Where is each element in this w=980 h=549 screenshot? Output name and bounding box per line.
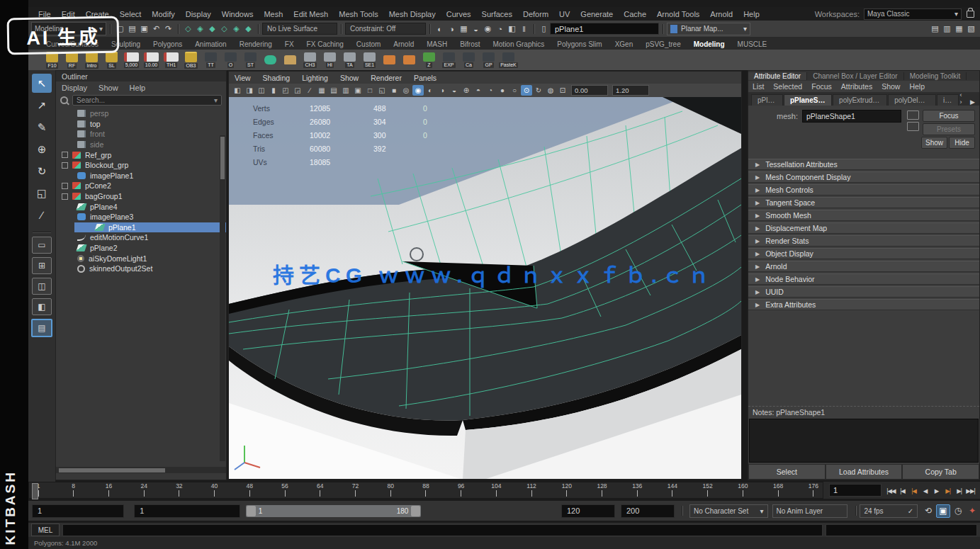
multisample-icon[interactable]: ◔	[485, 85, 496, 96]
measure-tool[interactable]: ∕	[32, 205, 52, 225]
workspace-select[interactable]: Maya Classic▾	[864, 9, 962, 20]
menu-item[interactable]: Arnold	[710, 10, 733, 18]
grease-pencil-icon[interactable]: ∕	[304, 85, 315, 96]
presets-button[interactable]: Presets	[923, 123, 975, 135]
menu-item[interactable]: Deform	[523, 10, 548, 18]
joints-xray-icon[interactable]: ↻	[533, 85, 544, 96]
shelf-button[interactable]	[261, 50, 280, 69]
shelf-button[interactable]: EXP	[439, 50, 458, 69]
viewport-menu-item[interactable]: Show	[340, 74, 359, 82]
node-tab[interactable]: ins1	[937, 94, 959, 106]
lasso-select-tool[interactable]: ↗	[32, 96, 52, 115]
visibility-checkbox[interactable]	[62, 183, 68, 189]
ipr-render-icon[interactable]: ◑	[446, 23, 458, 35]
go-to-start-button[interactable]: |◀◀	[886, 485, 896, 497]
shelf-button[interactable]: TA	[340, 50, 359, 69]
fps-select[interactable]: 24 fps✓	[860, 504, 918, 518]
menu-item[interactable]: Display	[186, 10, 211, 18]
rotate-tool[interactable]: ↻	[32, 162, 52, 181]
shelf-button[interactable]: OB3	[181, 50, 201, 69]
menu-item[interactable]: Edit Mesh	[293, 10, 328, 18]
snap-projected-center-icon[interactable]: ◇	[218, 23, 230, 35]
outliner-item[interactable]: skinnedOutput2Set	[56, 264, 226, 274]
show-button[interactable]: Show	[921, 137, 947, 149]
tab-list-icon[interactable]: ▶	[970, 98, 979, 106]
range-slider[interactable]: 1 180	[246, 505, 422, 517]
snap-curve-icon[interactable]: ◈	[194, 23, 206, 35]
attribute-section-header[interactable]: ▶ Tangent Space	[748, 197, 979, 208]
shelf-tab[interactable]: Bifrost	[454, 39, 486, 50]
attribute-editor-menu-item[interactable]: Help	[909, 82, 925, 91]
outliner-item[interactable]: persp	[56, 108, 226, 119]
paint-effects-icon[interactable]: ◔	[494, 23, 506, 35]
outliner-item[interactable]: imagePlane3	[56, 212, 226, 222]
viewport-menu-item[interactable]: View	[235, 74, 251, 82]
shelf-tab[interactable]: Polygons Slim	[551, 39, 608, 50]
bookmark-icon[interactable]: ▮	[268, 85, 279, 96]
menu-item[interactable]: Mesh Display	[389, 10, 436, 18]
menu-item[interactable]: Select	[120, 10, 142, 18]
hypershade-icon[interactable]: ◧	[506, 23, 518, 35]
film-gate-icon[interactable]: ▤	[328, 85, 339, 96]
shelf-tab[interactable]: Custom	[350, 39, 387, 50]
shelf-button[interactable]: TH1	[162, 50, 181, 69]
shelf-button[interactable]: SE1	[360, 50, 379, 69]
attribute-editor-footer-button[interactable]: Select	[748, 464, 826, 480]
redo-icon[interactable]: ↷	[162, 23, 174, 35]
set-key-icon[interactable]: ✦	[966, 505, 979, 517]
attribute-section-header[interactable]: ▶ Smooth Mesh	[748, 210, 979, 221]
shelf-button[interactable]: PasteK	[499, 50, 518, 69]
shelf-tab[interactable]: Rendering	[233, 39, 278, 50]
menu-item[interactable]: Arnold Tools	[657, 10, 699, 18]
tool-settings-toggle-icon[interactable]: ▦	[953, 23, 965, 35]
viewport-canvas[interactable]: 持艺CG ｗｗｗ.ｑｄｎｘｘｆｂ.ｃｎ Verts 12085 488 0 Ed…	[229, 97, 741, 479]
single-pane-layout-button[interactable]: ▭	[32, 237, 52, 254]
resolution-gate-icon[interactable]: ▥	[340, 85, 351, 96]
notes-textarea[interactable]	[749, 419, 979, 463]
step-back-key-button[interactable]: |◀	[897, 485, 908, 497]
outliner-item[interactable]: side	[56, 140, 226, 150]
snap-point-icon[interactable]: ◆	[206, 23, 218, 35]
shelf-button[interactable]: CH3	[300, 50, 320, 69]
panel-tab[interactable]: Attribute Editor	[748, 72, 807, 80]
lock-camera-icon[interactable]: ◨	[244, 85, 255, 96]
menu-item[interactable]: Mesh Tools	[339, 10, 378, 18]
shelf-button[interactable]: Ca	[459, 50, 478, 69]
textured-icon[interactable]: ◐	[424, 85, 436, 96]
attribute-section-header[interactable]: ▶ Tessellation Attributes	[748, 159, 979, 170]
outliner-item[interactable]: Blockout_grp	[56, 160, 226, 171]
shelf-tab[interactable]: Modeling	[687, 39, 731, 50]
outliner-item[interactable]: front	[56, 129, 226, 140]
pause-icon[interactable]: ‖	[518, 23, 530, 35]
select-camera-icon[interactable]: ◧	[232, 85, 243, 96]
bookmark-tab-icon[interactable]	[907, 122, 919, 131]
animation-start-field[interactable]: 1	[32, 504, 124, 518]
playback-end-field[interactable]: 120	[561, 504, 615, 518]
toon-shader-icon[interactable]: ◉	[482, 23, 494, 35]
go-to-end-button[interactable]: ▶▶|	[965, 485, 976, 497]
node-tab[interactable]: pPlane1	[751, 94, 783, 106]
render-settings-icon[interactable]: ▦	[458, 23, 470, 35]
four-pane-layout-button[interactable]: ⊞	[32, 257, 52, 274]
channel-box-toggle-icon[interactable]: ▤	[929, 23, 941, 35]
outliner-item[interactable]: pPlane4	[56, 201, 226, 212]
motion-blur-icon[interactable]: ◓	[473, 85, 484, 96]
attribute-editor-toggle-icon[interactable]: ▥	[941, 23, 953, 35]
field-chart-icon[interactable]: □	[364, 85, 376, 96]
shadows-icon[interactable]: ◒	[449, 85, 460, 96]
quick-select-icon[interactable]: ▯	[538, 23, 550, 35]
shelf-button[interactable]: O	[221, 50, 240, 69]
visibility-checkbox[interactable]	[62, 162, 68, 169]
constraint-field[interactable]: Constraint: Off	[345, 23, 426, 35]
attribute-section-header[interactable]: ▶ Render Stats	[748, 235, 979, 247]
pin-tab-icon[interactable]	[907, 111, 919, 120]
outliner-menu-item[interactable]: Show	[98, 84, 118, 92]
menu-item[interactable]: Modify	[152, 10, 174, 18]
two-pane-layout-button[interactable]: ◫	[32, 278, 52, 295]
attribute-editor-menu-item[interactable]: Attributes	[841, 82, 872, 91]
select-tool[interactable]: ↖	[32, 74, 52, 93]
lock-workspace-icon[interactable]	[967, 11, 974, 18]
light-editor-icon[interactable]: ◒	[470, 23, 482, 35]
attribute-editor-menu-item[interactable]: Focus	[811, 82, 832, 91]
viewport-menu-item[interactable]: Renderer	[371, 74, 402, 82]
